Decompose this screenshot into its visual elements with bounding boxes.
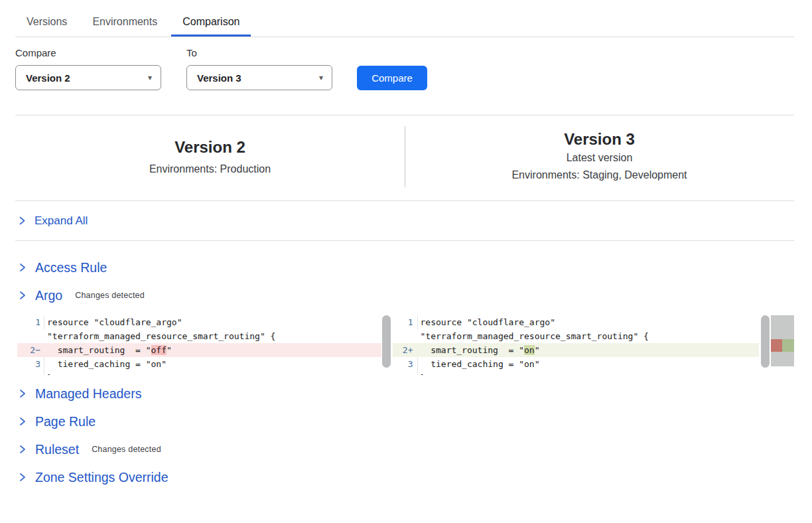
tab-environments[interactable]: Environments (81, 10, 169, 37)
diff-line: 3 tiered_caching = "on" (17, 357, 381, 371)
changes-detected-badge: Changes detected (75, 291, 145, 300)
changes-detected-badge: Changes detected (92, 445, 161, 454)
section-ruleset[interactable]: Ruleset Changes detected (15, 441, 794, 458)
column-divider (405, 126, 405, 187)
section-label: Argo (35, 288, 62, 303)
compare-button[interactable]: Compare (357, 66, 427, 90)
diff-line: 1resource "cloudflare_argo" (17, 315, 381, 329)
compare-to-select[interactable]: Version 3 ▾ (186, 65, 332, 90)
comparison-page: Versions Environments Comparison Compare… (0, 0, 812, 486)
chevron-right-icon (19, 388, 27, 399)
tab-comparison[interactable]: Comparison (171, 10, 251, 37)
section-label: Page Rule (35, 414, 96, 429)
chevron-right-icon (19, 472, 27, 483)
chevron-down-icon: ▾ (148, 73, 152, 82)
section-page-rule[interactable]: Page Rule (15, 413, 794, 430)
diff-line: 4} (393, 371, 760, 375)
chevron-right-icon (19, 262, 27, 273)
diff-map-change-marker (771, 339, 794, 352)
scrollbar-thumb[interactable] (761, 315, 770, 368)
resource-sections: Access Rule Argo Changes detected 1resou… (15, 241, 794, 486)
compare-from-field: Compare Version 2 ▾ (15, 47, 161, 90)
compare-form: Compare Version 2 ▾ To Version 3 ▾ Compa… (15, 47, 794, 90)
tab-bar: Versions Environments Comparison (15, 0, 794, 37)
tab-versions[interactable]: Versions (15, 10, 78, 37)
compare-label: Compare (15, 47, 161, 58)
diff-right-scrollbar[interactable] (761, 315, 770, 375)
diff-line-wrap: "terraform_managed_resource_smart_routin… (393, 329, 760, 343)
diff-overview-map[interactable] (771, 315, 794, 366)
right-version-environments: Environments: Staging, Development (511, 167, 687, 184)
left-version-title: Version 2 (174, 137, 245, 157)
right-version-header: Version 3 Latest version Environments: S… (405, 115, 794, 200)
scrollbar-thumb[interactable] (382, 315, 391, 368)
diff-line: 1resource "cloudflare_argo" (393, 315, 760, 329)
map-added-block (782, 339, 794, 352)
chevron-right-icon (19, 290, 27, 301)
section-label: Ruleset (35, 442, 79, 457)
chevron-right-icon (19, 216, 26, 226)
chevron-down-icon: ▾ (319, 73, 323, 82)
right-version-subtitle: Latest version (567, 149, 633, 167)
diff-left-scrollbar[interactable] (381, 315, 391, 375)
argo-diff-viewer: 1resource "cloudflare_argo" "terraform_m… (17, 315, 794, 375)
diff-right-pane: 1resource "cloudflare_argo" "terraform_m… (393, 315, 760, 375)
version-comparison-header: Version 2 Environments: Production Versi… (15, 115, 794, 201)
removed-word-highlight: off (151, 345, 167, 355)
diff-line: 3 tiered_caching = "on" (393, 357, 760, 371)
added-word-highlight: on (524, 345, 535, 355)
section-argo[interactable]: Argo Changes detected (15, 287, 794, 304)
section-label: Zone Settings Override (35, 470, 169, 485)
section-access-rule[interactable]: Access Rule (15, 259, 794, 276)
section-label: Access Rule (35, 260, 107, 275)
right-version-title: Version 3 (564, 129, 635, 149)
section-managed-headers[interactable]: Managed Headers (15, 385, 794, 402)
section-zone-settings-override[interactable]: Zone Settings Override (15, 469, 794, 486)
diff-line-removed: 2− smart_routing = "off" (17, 343, 381, 357)
left-version-header: Version 2 Environments: Production (15, 115, 405, 200)
to-label: To (186, 47, 332, 58)
diff-left-pane: 1resource "cloudflare_argo" "terraform_m… (17, 315, 381, 375)
compare-to-value: Version 3 (197, 72, 241, 84)
compare-from-value: Version 2 (26, 72, 70, 84)
diff-line: 4} (17, 371, 381, 375)
expand-all-label: Expand All (34, 214, 88, 228)
map-removed-block (771, 339, 782, 352)
expand-all-button[interactable]: Expand All (15, 201, 794, 241)
diff-line-wrap: "terraform_managed_resource_smart_routin… (17, 329, 381, 343)
diff-line-added: 2+ smart_routing = "on" (393, 343, 760, 357)
compare-to-field: To Version 3 ▾ (186, 47, 332, 90)
chevron-right-icon (19, 444, 27, 455)
section-label: Managed Headers (35, 386, 141, 402)
left-version-environments: Environments: Production (149, 161, 271, 178)
compare-from-select[interactable]: Version 2 ▾ (15, 65, 161, 90)
chevron-right-icon (19, 416, 27, 427)
